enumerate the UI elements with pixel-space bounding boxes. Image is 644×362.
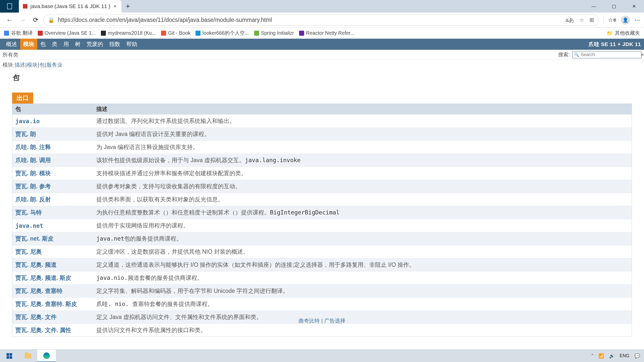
bookmark-item[interactable]: 谷歌 翻译 [4, 30, 33, 36]
bookmark-label: Overview (Java SE 1... [45, 30, 96, 36]
profile-avatar[interactable]: 👤 [621, 16, 630, 25]
start-button[interactable] [0, 350, 19, 362]
bookmark-item[interactable]: mydreams2018 (Ku... [101, 30, 156, 36]
package-description: 提供用于实现网络应用程序的课程。 [94, 219, 632, 232]
back-button[interactable]: ← [4, 15, 15, 26]
table-row: java.net提供用于实现网络应用程序的课程。 [12, 219, 632, 232]
package-description: 支持模块描述并通过分辨率和服务绑定创建模块配置的类。 [94, 167, 632, 180]
tray-chevron-icon[interactable]: ˄ [591, 353, 593, 359]
nav-item[interactable]: 树 [72, 39, 84, 50]
package-link[interactable]: 爪哇. 朗. 反射 [12, 193, 94, 206]
volume-icon[interactable]: 🔊 [609, 353, 615, 359]
package-link[interactable]: 爪哇. 朗. 注释 [12, 141, 94, 154]
bookmark-label: 谷歌 翻译 [11, 30, 33, 36]
nav-item[interactable]: 帮助 [123, 39, 140, 50]
bookmark-item[interactable]: Git - Book [161, 30, 190, 36]
nav-item[interactable]: 用 [60, 39, 72, 50]
nav-item[interactable]: 模块 [20, 39, 37, 50]
table-row: 贾瓦. net. 斯皮java.net包的服务提供商课程。 [12, 232, 632, 245]
package-description: 提供类和界面，以获取有关类和对象的反光信息。 [94, 193, 632, 206]
search-icon: 🔍 [574, 52, 579, 57]
address-bar: ← → ⟳ 🔒 https://docs.oracle.com/en/java/… [0, 13, 644, 28]
wifi-icon[interactable]: 📶 [598, 353, 604, 359]
package-link[interactable]: 贾瓦. 尼奥. 频道 [12, 258, 94, 271]
package-link[interactable]: 爪哇. 朗. 调用 [12, 154, 94, 167]
package-link[interactable]: 贾瓦. 尼奥. 频道. 斯皮 [12, 272, 94, 284]
export-tabstrip: 出口 [0, 83, 644, 104]
url-field[interactable]: 🔒 https://docs.oracle.com/en/java/javase… [43, 15, 599, 26]
language-indicator[interactable]: ENG [620, 353, 629, 358]
cookie-link[interactable]: 曲奇比特 [299, 318, 320, 324]
table-row: 贾瓦. 朗提供对 Java 编程语言设计至关重要的课程。 [12, 127, 632, 141]
clear-search-icon[interactable]: ✕ [640, 52, 644, 58]
table-row: 爪哇. 朗. 调用该软件包提供低级原始设备，用于与 Java 虚拟机器交互。ja… [12, 154, 632, 167]
package-link[interactable]: 贾瓦. 马特 [12, 206, 94, 219]
package-description: 定义通道，这些通道表示与能够执行 I/O 操作的实体（如文件和插座）的连接;定义… [94, 258, 632, 271]
search-box[interactable]: 🔍 ✕ [572, 51, 641, 58]
nav-item[interactable]: 概述 [3, 39, 20, 50]
nav-item[interactable]: 指数 [106, 39, 123, 50]
package-link[interactable]: 贾瓦. 朗. 参考 [12, 180, 94, 193]
search-label: 搜索: [558, 51, 570, 58]
bookmark-item[interactable]: Reactor Netty Refer... [299, 30, 354, 36]
file-explorer-button[interactable] [19, 350, 37, 362]
package-link[interactable]: 贾瓦. 朗. 模块 [12, 167, 94, 180]
notifications-icon[interactable]: 💬 [634, 353, 640, 359]
package-description: 定义缓冲区，这是数据容器，并提供其他 NIO 封装的概述。 [94, 245, 632, 258]
maximize-button[interactable]: ▢ [604, 0, 624, 13]
close-window-button[interactable]: ✕ [624, 0, 644, 13]
nav-item[interactable]: 荒废的 [84, 39, 106, 50]
ads-link[interactable]: 广告选择 [324, 318, 345, 324]
minimize-button[interactable]: — [584, 0, 604, 13]
edge-icon [43, 352, 50, 359]
other-bookmarks[interactable]: 📁 其他收藏夹 [607, 30, 640, 36]
favorite-icon[interactable]: ☆ [579, 17, 584, 23]
all-classes-link[interactable]: 所有类 [3, 51, 18, 58]
table-row: 贾瓦. 尼奥. 文件. 属性提供访问文件和文件系统属性的接口和类。 [12, 324, 632, 337]
tab-title: java.base (Java SE 11 & JDK 11 ) [30, 3, 110, 9]
package-link[interactable]: 贾瓦. 尼奥. 查塞特. 斯皮 [12, 298, 94, 310]
collection-icon[interactable]: ⊞ [589, 17, 594, 23]
edge-button[interactable] [37, 350, 56, 362]
package-link[interactable]: 贾瓦. 尼奥. 文件. 属性 [12, 324, 94, 337]
breadcrumb-link[interactable]: 包 [39, 62, 45, 68]
table-row: java.io通过数据流、序列化和文件系统提供系统输入和输出。 [12, 114, 632, 127]
col-package-header: 包 [12, 105, 94, 113]
nav-item[interactable]: 类 [49, 39, 60, 50]
url-text: https://docs.oracle.com/en/java/javase/1… [58, 17, 562, 23]
new-tab-button[interactable]: + [122, 0, 134, 13]
bookmark-item[interactable]: looker666的个人空... [195, 30, 249, 36]
package-link[interactable]: 贾瓦. net. 斯皮 [12, 232, 94, 245]
vertical-tabs-button[interactable] [0, 0, 19, 13]
package-description: 提供访问文件和文件系统属性的接口和类。 [94, 324, 632, 337]
package-link[interactable]: java.net [12, 220, 94, 232]
nav-item[interactable]: 包 [37, 39, 49, 50]
bookmark-item[interactable]: Spring Initializr [254, 30, 294, 36]
window-titlebar: java.base (Java SE 11 & JDK 11 ) × + — ▢… [0, 0, 644, 13]
package-table: 包 描述 java.io通过数据流、序列化和文件系统提供系统输入和输出。贾瓦. … [12, 104, 632, 337]
translate-icon[interactable]: aあ [566, 16, 574, 24]
table-row: 贾瓦. 朗. 模块支持模块描述并通过分辨率和服务绑定创建模块配置的类。 [12, 167, 632, 180]
menu-icon[interactable]: ⋯ [634, 17, 640, 23]
package-link[interactable]: java.io [12, 115, 94, 127]
bookmark-item[interactable]: Overview (Java SE 1... [38, 30, 96, 36]
package-link[interactable]: 贾瓦. 尼奥. 查塞特 [12, 285, 94, 297]
favorites-bar-icon[interactable]: ☆≡ [608, 17, 616, 23]
forward-button[interactable]: → [17, 15, 28, 26]
export-tab[interactable]: 出口 [12, 93, 33, 104]
search-input[interactable] [581, 52, 639, 57]
refresh-button[interactable]: ⟳ [30, 15, 41, 26]
browser-tab[interactable]: java.base (Java SE 11 & JDK 11 ) × [19, 0, 122, 13]
bookmark-label: Spring Initializr [261, 30, 294, 36]
bookmark-favicon [299, 31, 304, 36]
close-tab-icon[interactable]: × [113, 3, 117, 10]
sub-header: 所有类 搜索: 🔍 ✕ [0, 50, 644, 60]
breadcrumb-link[interactable]: 描述 [15, 62, 25, 68]
package-link[interactable]: 贾瓦. 尼奥 [12, 245, 94, 258]
package-description: 为执行任意精度整数算术（）和任意精度十进制算术（）提供课程。BigInteger… [94, 206, 632, 219]
bookmark-favicon [4, 31, 9, 36]
breadcrumb-link[interactable]: 服务业 [47, 62, 62, 68]
breadcrumb-link[interactable]: 模块 [27, 62, 37, 68]
package-link[interactable]: 贾瓦. 朗 [12, 128, 94, 141]
folder-icon: 📁 [607, 30, 613, 36]
